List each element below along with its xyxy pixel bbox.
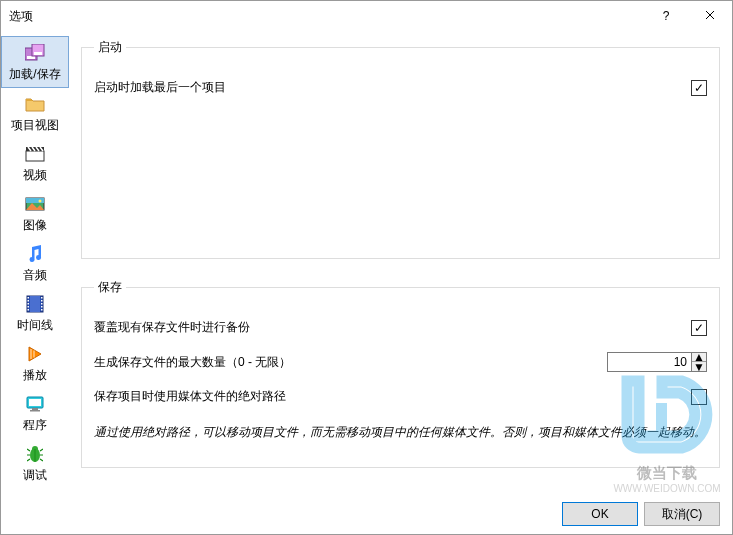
svg-rect-23: [30, 410, 40, 412]
monitor-icon: [23, 392, 47, 416]
svg-rect-18: [41, 306, 43, 308]
sidebar-item-label: 调试: [23, 467, 47, 484]
sidebar-item-load-save[interactable]: 加载/保存: [1, 36, 69, 88]
spinner-down-button[interactable]: ▼: [692, 362, 706, 371]
backup-on-overwrite-label: 覆盖现有保存文件时进行备份: [94, 319, 691, 336]
close-button[interactable]: [688, 1, 732, 31]
titlebar: 选项 ?: [1, 1, 732, 31]
check-icon: ✓: [694, 82, 704, 94]
save-legend: 保存: [94, 279, 126, 296]
filmstrip-icon: [23, 292, 47, 316]
sidebar-item-program[interactable]: 程序: [1, 388, 69, 438]
dialog-footer: OK 取消(C): [562, 502, 720, 526]
sidebar-item-debug[interactable]: 调试: [1, 438, 69, 488]
max-saves-input[interactable]: [607, 352, 692, 372]
help-icon: ?: [663, 9, 670, 23]
svg-rect-13: [28, 306, 30, 308]
sidebar-item-label: 项目视图: [11, 117, 59, 134]
startup-legend: 启动: [94, 39, 126, 56]
bug-icon: [23, 442, 47, 466]
svg-point-7: [39, 200, 42, 203]
help-button[interactable]: ?: [644, 1, 688, 31]
svg-rect-15: [41, 297, 43, 299]
sidebar-item-label: 图像: [23, 217, 47, 234]
close-icon: [705, 9, 715, 23]
load-last-project-label: 启动时加载最后一个项目: [94, 79, 691, 96]
sidebar-item-label: 加载/保存: [9, 66, 60, 83]
absolute-paths-label: 保存项目时使用媒体文件的绝对路径: [94, 388, 691, 405]
svg-rect-14: [28, 309, 30, 311]
cancel-button[interactable]: 取消(C): [644, 502, 720, 526]
svg-rect-16: [41, 300, 43, 302]
chevron-down-icon: ▼: [693, 360, 705, 374]
startup-group: 启动 启动时加载最后一个项目 ✓: [81, 39, 720, 259]
sidebar-item-label: 程序: [23, 417, 47, 434]
floppy-icon: [23, 41, 47, 65]
check-icon: ✓: [694, 322, 704, 334]
svg-rect-17: [41, 303, 43, 305]
svg-rect-10: [28, 297, 30, 299]
max-saves-spinner[interactable]: ▲ ▼: [607, 352, 707, 372]
svg-rect-22: [32, 408, 38, 410]
max-saves-label: 生成保存文件的最大数量（0 - 无限）: [94, 354, 607, 371]
ok-button[interactable]: OK: [562, 502, 638, 526]
sidebar-item-image[interactable]: 图像: [1, 188, 69, 238]
play-icon: [23, 342, 47, 366]
window-title: 选项: [9, 8, 644, 25]
main-panel: 启动 启动时加载最后一个项目 ✓ 保存 覆盖现有保存文件时进行备份 ✓ 生成保存…: [69, 31, 732, 489]
sidebar-item-project-view[interactable]: 项目视图: [1, 88, 69, 138]
absolute-paths-checkbox[interactable]: [691, 389, 707, 405]
sidebar-item-label: 时间线: [17, 317, 53, 334]
clapperboard-icon: [23, 142, 47, 166]
music-note-icon: [23, 242, 47, 266]
svg-rect-9: [30, 296, 40, 312]
sidebar-item-label: 视频: [23, 167, 47, 184]
backup-on-overwrite-checkbox[interactable]: ✓: [691, 320, 707, 336]
svg-rect-19: [41, 309, 43, 311]
save-group: 保存 覆盖现有保存文件时进行备份 ✓ 生成保存文件的最大数量（0 - 无限） ▲…: [81, 279, 720, 468]
picture-icon: [23, 192, 47, 216]
sidebar-item-video[interactable]: 视频: [1, 138, 69, 188]
svg-rect-12: [28, 303, 30, 305]
svg-rect-11: [28, 300, 30, 302]
sidebar-item-timeline[interactable]: 时间线: [1, 288, 69, 338]
svg-rect-4: [26, 151, 44, 161]
load-last-project-checkbox[interactable]: ✓: [691, 80, 707, 96]
svg-rect-21: [29, 399, 41, 406]
sidebar-item-label: 音频: [23, 267, 47, 284]
absolute-paths-note: 通过使用绝对路径，可以移动项目文件，而无需移动项目中的任何媒体文件。否则，项目和…: [94, 413, 707, 452]
sidebar-item-label: 播放: [23, 367, 47, 384]
svg-rect-3: [34, 52, 42, 55]
sidebar: 加载/保存 项目视图 视频 图像 音频: [1, 31, 69, 489]
sidebar-item-audio[interactable]: 音频: [1, 238, 69, 288]
folder-icon: [23, 92, 47, 116]
sidebar-item-playback[interactable]: 播放: [1, 338, 69, 388]
